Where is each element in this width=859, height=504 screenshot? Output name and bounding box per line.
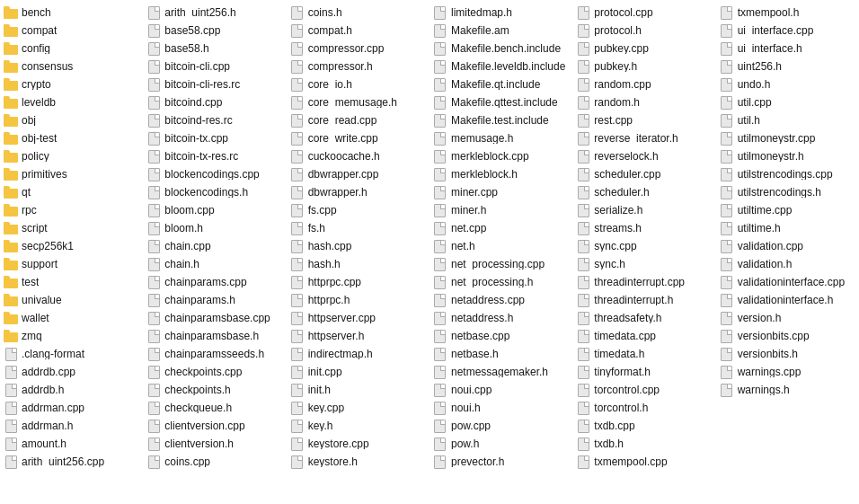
list-item[interactable]: utilmoneystr.h — [716, 147, 859, 165]
list-item[interactable]: net.h — [430, 237, 572, 255]
list-item[interactable]: init.h — [287, 381, 430, 399]
list-item[interactable]: txmempool.h — [716, 4, 859, 22]
list-item[interactable]: merkleblock.h — [430, 165, 572, 183]
list-item[interactable]: bloom.cpp — [143, 201, 286, 219]
list-item[interactable]: chainparams.cpp — [143, 273, 286, 291]
list-item[interactable]: rest.cpp — [572, 111, 715, 129]
list-item[interactable]: timedata.cpp — [572, 327, 715, 345]
list-item[interactable]: sync.cpp — [572, 237, 715, 255]
list-item[interactable]: cuckoocache.h — [287, 147, 430, 165]
list-item[interactable]: reverselock.h — [572, 147, 715, 165]
list-item[interactable]: script — [0, 219, 143, 237]
list-item[interactable]: torcontrol.cpp — [572, 381, 715, 399]
list-item[interactable]: warnings.cpp — [716, 363, 859, 381]
list-item[interactable]: bitcoind-res.rc — [143, 111, 286, 129]
list-item[interactable]: compat.h — [287, 22, 430, 40]
list-item[interactable]: random.cpp — [572, 75, 715, 93]
list-item[interactable]: netbase.h — [430, 345, 572, 363]
list-item[interactable]: coins.cpp — [143, 453, 286, 471]
list-item[interactable]: core_write.cpp — [287, 129, 430, 147]
list-item[interactable]: versionbits.h — [716, 345, 859, 363]
list-item[interactable]: coins.h — [287, 4, 430, 22]
list-item[interactable]: reverse_iterator.h — [572, 129, 715, 147]
list-item[interactable]: memusage.h — [430, 129, 572, 147]
list-item[interactable]: test — [0, 273, 143, 291]
list-item[interactable]: chainparamsbase.cpp — [143, 309, 286, 327]
list-item[interactable]: miner.cpp — [430, 183, 572, 201]
list-item[interactable]: chainparams.h — [143, 291, 286, 309]
list-item[interactable]: bitcoin-cli.cpp — [143, 57, 286, 75]
list-item[interactable]: utilstrencodings.h — [716, 183, 859, 201]
list-item[interactable]: scheduler.cpp — [572, 165, 715, 183]
list-item[interactable]: netaddress.cpp — [430, 291, 572, 309]
list-item[interactable]: secp256k1 — [0, 237, 143, 255]
list-item[interactable]: addrman.cpp — [0, 399, 143, 417]
list-item[interactable]: threadsafety.h — [572, 309, 715, 327]
list-item[interactable]: blockencodings.h — [143, 183, 286, 201]
list-item[interactable]: util.h — [716, 111, 859, 129]
list-item[interactable]: blockencodings.cpp — [143, 165, 286, 183]
list-item[interactable]: netmessagemaker.h — [430, 363, 572, 381]
list-item[interactable]: Makefile.am — [430, 22, 572, 40]
list-item[interactable]: pow.cpp — [430, 417, 572, 435]
list-item[interactable]: httprpc.h — [287, 291, 430, 309]
list-item[interactable]: clientversion.cpp — [143, 417, 286, 435]
list-item[interactable]: compressor.h — [287, 57, 430, 75]
list-item[interactable]: prevector.h — [430, 453, 572, 471]
list-item[interactable]: tinyformat.h — [572, 363, 715, 381]
list-item[interactable]: chainparamsseeds.h — [143, 345, 286, 363]
list-item[interactable]: timedata.h — [572, 345, 715, 363]
list-item[interactable]: Makefile.test.include — [430, 111, 572, 129]
list-item[interactable]: validationinterface.cpp — [716, 273, 859, 291]
list-item[interactable]: crypto — [0, 75, 143, 93]
list-item[interactable]: zmq — [0, 327, 143, 345]
list-item[interactable]: fs.cpp — [287, 201, 430, 219]
list-item[interactable]: streams.h — [572, 219, 715, 237]
list-item[interactable]: txmempool.cpp — [572, 453, 715, 471]
list-item[interactable]: Makefile.bench.include — [430, 40, 572, 57]
list-item[interactable]: fs.h — [287, 219, 430, 237]
list-item[interactable]: merkleblock.cpp — [430, 147, 572, 165]
list-item[interactable]: obj — [0, 111, 143, 129]
list-item[interactable]: univalue — [0, 291, 143, 309]
list-item[interactable]: bench — [0, 4, 143, 22]
list-item[interactable]: bitcoind.cpp — [143, 93, 286, 111]
list-item[interactable]: primitives — [0, 165, 143, 183]
list-item[interactable]: httpserver.h — [287, 327, 430, 345]
list-item[interactable]: utilmoneystr.cpp — [716, 129, 859, 147]
list-item[interactable]: warnings.h — [716, 381, 859, 399]
list-item[interactable]: dbwrapper.h — [287, 183, 430, 201]
list-item[interactable]: threadinterrupt.h — [572, 291, 715, 309]
list-item[interactable]: pubkey.cpp — [572, 40, 715, 57]
list-item[interactable]: Makefile.qttest.include — [430, 93, 572, 111]
list-item[interactable]: miner.h — [430, 201, 572, 219]
list-item[interactable]: arith_uint256.h — [143, 4, 286, 22]
list-item[interactable]: base58.h — [143, 40, 286, 57]
list-item[interactable]: wallet — [0, 309, 143, 327]
list-item[interactable]: bitcoin-tx-res.rc — [143, 147, 286, 165]
list-item[interactable]: utiltime.h — [716, 219, 859, 237]
list-item[interactable]: chainparamsbase.h — [143, 327, 286, 345]
list-item[interactable]: core_io.h — [287, 75, 430, 93]
list-item[interactable]: core_memusage.h — [287, 93, 430, 111]
list-item[interactable]: versionbits.cpp — [716, 327, 859, 345]
list-item[interactable]: qt — [0, 183, 143, 201]
list-item[interactable]: key.cpp — [287, 399, 430, 417]
list-item[interactable]: .clang-format — [0, 345, 143, 363]
list-item[interactable]: ui_interface.cpp — [716, 22, 859, 40]
list-item[interactable]: checkpoints.cpp — [143, 363, 286, 381]
list-item[interactable]: scheduler.h — [572, 183, 715, 201]
list-item[interactable]: validationinterface.h — [716, 291, 859, 309]
list-item[interactable]: indirectmap.h — [287, 345, 430, 363]
list-item[interactable]: validation.cpp — [716, 237, 859, 255]
list-item[interactable]: policy — [0, 147, 143, 165]
list-item[interactable]: core_read.cpp — [287, 111, 430, 129]
list-item[interactable]: bitcoin-tx.cpp — [143, 129, 286, 147]
list-item[interactable]: chain.cpp — [143, 237, 286, 255]
list-item[interactable]: txdb.cpp — [572, 417, 715, 435]
list-item[interactable]: serialize.h — [572, 201, 715, 219]
list-item[interactable]: torcontrol.h — [572, 399, 715, 417]
list-item[interactable]: net_processing.cpp — [430, 255, 572, 273]
list-item[interactable]: random.h — [572, 93, 715, 111]
list-item[interactable]: leveldb — [0, 93, 143, 111]
